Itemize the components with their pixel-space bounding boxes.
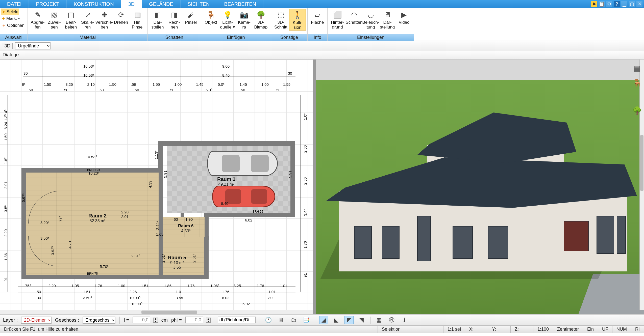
menu-tab-sichten[interactable]: SICHTEN [181, 0, 217, 8]
status-hint: Drücken Sie F1, um Hilfe zu erhalten. [0, 326, 378, 333]
floorplan-pane[interactable]: 10.53⁵ 9.00 10.53⁵ 8.40 911.362.203.5⁶2.… [0, 60, 313, 314]
menu-tab-projekt[interactable]: PROJEKT [29, 0, 66, 8]
kollision-button[interactable]: 🚶 Kolli-sion [289, 9, 306, 31]
dim-label: 1.51 [83, 290, 90, 294]
abgreifen-button[interactable]: ✎ Abgrei-fen [29, 9, 46, 30]
close-icon[interactable]: ✕ [636, 1, 642, 7]
layer-vis-2-icon[interactable]: ◣ [332, 316, 341, 324]
zuweisen-button[interactable]: ▧ Zuwei-sen [46, 9, 63, 30]
dim-label: 63 [174, 217, 178, 221]
dim-label: 50 [135, 88, 139, 92]
dim-label: 5.91 [163, 171, 167, 178]
menu-tab-konstruktion[interactable]: KONSTRUKTION [67, 0, 121, 8]
flaeche-icon: ▱ [312, 10, 323, 20]
view-mode-badge[interactable]: 3D [2, 43, 13, 49]
pinsel-button[interactable]: 🖌 Pinsel [183, 9, 199, 25]
darstellung-button[interactable]: 🖥 Dar-stellung [379, 9, 396, 30]
dim-label: 1.55 [153, 82, 160, 87]
schnitt3d-icon: ⬚ [276, 10, 286, 20]
geschoss-dropdown[interactable]: Erdgeschos [83, 317, 115, 324]
dim-label: 5.0⁶ [206, 88, 212, 92]
menu-tab-3d[interactable]: 3D [121, 0, 142, 8]
mark-button[interactable]: ✦Mark.▾ [1, 16, 20, 22]
dim-label: 1.76 [95, 284, 102, 288]
skalieren-button[interactable]: ⤢ Skalie-ren [79, 9, 96, 30]
flaeche-button[interactable]: ▱ Fläche [309, 9, 326, 25]
copy-icon[interactable]: 📑 [302, 316, 311, 324]
layer-dropdown[interactable]: 2D-Elemen [21, 317, 52, 324]
menu-tab-datei[interactable]: DATEI [0, 0, 29, 8]
kollision-icon: 🚶 [292, 10, 303, 20]
length-down[interactable]: ▼ [153, 320, 158, 323]
monitor-icon[interactable]: 🖥 [277, 316, 286, 324]
pane-splitter[interactable] [313, 60, 316, 314]
clock-icon[interactable]: 🕐 [264, 316, 273, 324]
titlebar-settings-icon[interactable]: ⚙ [606, 1, 612, 7]
layer-vis-1-icon[interactable]: ◢ [319, 316, 328, 324]
help-icon[interactable]: ? [614, 1, 620, 7]
video-button[interactable]: ▶ Video [396, 9, 412, 25]
kamera-button[interactable]: 📷 Kame-ra [236, 9, 253, 30]
floorplan-h-scrollbar[interactable] [0, 310, 313, 314]
optionen-button[interactable]: ＋Optionen [1, 22, 25, 29]
schnitt3d-button[interactable]: ⬚ 3D-Schnitt [273, 9, 289, 30]
menu-tab-gelaende[interactable]: GELÄNDE [142, 0, 181, 8]
stack-icon[interactable]: 🗂 [289, 316, 298, 324]
furniture-icon[interactable]: 🪑 [632, 78, 642, 88]
maximize-icon[interactable]: ▢ [629, 1, 635, 7]
darstellen-button[interactable]: ◧ Dar-stellen [149, 9, 166, 30]
dim-label: 50 [29, 88, 33, 92]
terrain-dropdown[interactable]: Urgelände [15, 42, 51, 49]
ribbon-group-label: Einfügen [201, 34, 271, 41]
lichtquelle-button[interactable]: 💡 Licht-quelle ▾ [219, 9, 236, 30]
status-z: Z: [511, 326, 533, 333]
north-icon[interactable]: Ⓝ [387, 316, 396, 324]
dim-label: 1.50 [109, 82, 116, 87]
dim-label: 4.70 [68, 241, 72, 248]
info-icon[interactable]: ℹ [400, 316, 409, 324]
hintergrund-button[interactable]: ⬜ Hinter-grund [329, 9, 346, 30]
hinpinsel-button[interactable]: ▦ Hin.Pinsel [129, 9, 146, 30]
dl-input[interactable] [218, 317, 256, 323]
dim-label: 30 [23, 71, 28, 75]
car-white [207, 151, 278, 176]
phi-input[interactable] [185, 317, 203, 323]
bitmap3d-icon: 🌳 [256, 10, 266, 20]
bearbeiten-button[interactable]: ▤ Bear-beiten [63, 9, 79, 30]
select-button[interactable]: ➤Selekt [1, 9, 19, 15]
rechnen-button[interactable]: ◨ Rech-nen [166, 9, 183, 30]
3d-pane[interactable]: ▤ 🪑 🌳 [316, 60, 644, 314]
dim-label: 30 [288, 71, 292, 75]
objekt-button[interactable]: 🪑 Objekt [203, 9, 219, 25]
bitmap3d-button[interactable]: 🌳 3D-Bitmap [253, 9, 269, 30]
dim-label: 2.20 [48, 284, 56, 288]
titlebar-tool-icon[interactable]: ✖ [591, 1, 597, 7]
drehen-button[interactable]: ⟳ Drehen [113, 9, 129, 25]
length-up[interactable]: ▲ [153, 318, 158, 320]
minimize-icon[interactable]: ▁ [621, 1, 627, 7]
status-ratio: 1:1 sel [443, 326, 465, 333]
drehen-icon: ⟳ [116, 10, 126, 20]
objekt-icon: 🪑 [206, 10, 216, 20]
marker-icon: ✦ [2, 16, 5, 21]
phi-down[interactable]: ▼ [206, 320, 211, 323]
phi-up[interactable]: ▲ [206, 318, 211, 320]
layer-vis-3-icon[interactable]: ◤ [344, 316, 354, 324]
dim-label: 2.60 [303, 177, 307, 185]
dim-brh: BRH 1.74 [87, 169, 100, 172]
beleuchtung-button[interactable]: ◡ Beleuch-tung [362, 9, 379, 30]
plants-icon[interactable]: 🌳 [632, 105, 642, 116]
menu-tab-bearbeiten[interactable]: BEARBEITEN [217, 0, 264, 8]
layer-vis-4-icon[interactable]: ◥ [357, 316, 366, 324]
schatten2-button[interactable]: ◠ Schatten [346, 9, 362, 25]
room6-label: Raum 64.53⁹ [178, 223, 193, 233]
layers-icon[interactable]: ▤ [632, 63, 642, 73]
verschieben-button[interactable]: ✥ Verschie-ben [96, 9, 113, 30]
dim-label: .59 [131, 82, 136, 87]
grid-icon[interactable]: ▦ [375, 316, 384, 324]
dim-label: 1.06⁵ [210, 284, 219, 288]
bottom-toolbar: Layer : 2D-Elemen Geschoss : Erdgeschos … [0, 314, 644, 325]
titlebar-clipboard-icon[interactable]: 📋 [599, 1, 605, 7]
length-input[interactable] [133, 317, 150, 323]
materials-icon[interactable] [633, 92, 641, 101]
